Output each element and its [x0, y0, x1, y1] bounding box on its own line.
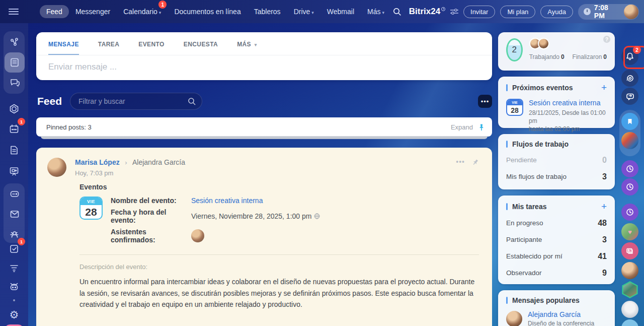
search-icon[interactable] [188, 97, 196, 106]
calendar-icon[interactable]: 1 [4, 119, 24, 139]
network-icon[interactable] [5, 32, 25, 52]
chat-avatar[interactable] [621, 132, 638, 149]
pin-icon[interactable] [478, 123, 485, 131]
search-icon[interactable] [391, 5, 404, 18]
tab-encuesta[interactable]: ENCUESTA [184, 41, 218, 55]
nav-documentos[interactable]: Documentos en línea [168, 5, 247, 18]
author-avatar[interactable] [47, 158, 66, 177]
recent-item-button[interactable] [621, 204, 638, 221]
add-event-button[interactable]: + [601, 83, 607, 92]
chat-avatar[interactable] [621, 319, 638, 326]
hexagon-icon[interactable] [4, 99, 24, 119]
tasks-icon[interactable]: 1 [4, 239, 24, 259]
tab-mas[interactable]: MÁS ▾ [237, 41, 257, 55]
nav-calendario[interactable]: Calendario▾ 1 [117, 5, 168, 18]
filter-search-input[interactable] [70, 93, 202, 109]
document-icon[interactable] [4, 140, 24, 160]
task-row[interactable]: Establecido por mí41 [506, 248, 607, 265]
rail-group-top [4, 31, 25, 94]
working-stat: Trabajando0 [529, 53, 565, 60]
nav-tableros[interactable]: Tableros [248, 5, 287, 18]
event-name-link[interactable]: Sesión creativa interna [191, 197, 263, 205]
task-row[interactable]: En progreso48 [506, 215, 607, 231]
event-name-label: Nombre del evento: [111, 197, 191, 205]
timezone-globe-icon[interactable] [314, 213, 320, 219]
pulse-avatar[interactable] [538, 38, 549, 49]
feed-icon[interactable] [5, 52, 25, 73]
tab-mensaje[interactable]: MENSAJE [48, 41, 79, 55]
notifications-bell-button[interactable]: 2 [621, 48, 638, 65]
nav-webmail[interactable]: Webmail [320, 5, 361, 18]
expand-link[interactable]: Expand [451, 123, 473, 131]
clock-icon [584, 8, 591, 15]
message-input[interactable] [36, 55, 492, 79]
rail-dot [13, 299, 15, 301]
pinned-posts-bar[interactable]: Pinned posts: 3 Expand [36, 117, 492, 137]
tab-tarea[interactable]: TAREA [98, 41, 119, 55]
tasks-rail-badge: 1 [18, 238, 25, 245]
chat-avatar[interactable] [621, 301, 638, 318]
nav-feed[interactable]: Feed [40, 5, 69, 18]
messenger-shortcut-button[interactable] [621, 88, 638, 105]
post-author[interactable]: Marisa López [75, 158, 120, 166]
help-icon[interactable]: ? [603, 36, 610, 43]
popular-message-subtitle: Diseño de la conferencia [528, 320, 594, 326]
my-tasks-title: Mis tareas [512, 203, 546, 211]
copilot-history-button[interactable] [621, 70, 638, 87]
popular-author-link[interactable]: Alejandra García [528, 310, 594, 318]
hamburger-menu-icon[interactable] [9, 7, 19, 16]
task-row[interactable]: Observador9 [506, 265, 607, 281]
pulse-widget[interactable]: 2 Trabajando0 Finalizaron0 ? [498, 32, 615, 71]
user-avatar[interactable] [624, 5, 638, 19]
nav-drive[interactable]: Drive▾ [287, 5, 320, 18]
popular-message-item[interactable]: Alejandra García Diseño de la conferenci… [506, 310, 607, 326]
help-button[interactable]: Ayuda [540, 6, 573, 18]
mail-icon[interactable] [5, 204, 25, 224]
post-menu-button[interactable]: ••• [456, 158, 465, 166]
contacts-chat-button[interactable] [621, 242, 638, 259]
invite-button[interactable]: Invitar [463, 6, 495, 18]
post-pin-icon[interactable] [470, 157, 480, 167]
worktime-widget[interactable]: 7:08 PM [578, 4, 639, 20]
chevron-down-icon: ▾ [382, 10, 384, 15]
robot-icon[interactable] [4, 277, 24, 297]
attendee-avatar[interactable] [191, 229, 204, 242]
message-composer: MENSAJE TAREA EVENTO ENCUESTA MÁS ▾ [36, 32, 492, 80]
bitrix24-logo: Bitrix24 [409, 7, 445, 17]
event-description-label: Descripción del evento: [79, 263, 479, 271]
divider [79, 254, 479, 255]
feed-post: Marisa López › Alejandra García Hoy, 7:0… [36, 148, 492, 326]
task-row[interactable]: Participante3 [506, 231, 607, 248]
upcoming-events-widget: Próximos eventos + VIE 28 Sesión creativ… [498, 77, 615, 128]
group-chat-hexagon[interactable] [621, 281, 638, 298]
upcoming-event-link[interactable]: Sesión creativa interna [529, 99, 607, 107]
recent-item-button[interactable] [621, 160, 638, 177]
chat-icon[interactable] [5, 73, 25, 93]
gear-icon[interactable]: ⚙ [4, 304, 24, 324]
upcoming-event-time: 28/11/2025, Desde las 01:00 pm hasta las… [529, 109, 607, 134]
post-recipient[interactable]: Alejandra García [132, 158, 185, 166]
chat-avatar[interactable] [621, 262, 638, 279]
feed-options-button[interactable]: ••• [478, 95, 492, 108]
add-task-button[interactable]: + [601, 202, 607, 211]
sliders-icon[interactable] [450, 8, 458, 15]
whiteboard-icon[interactable] [4, 161, 24, 181]
drive-icon[interactable] [5, 184, 25, 204]
saved-messages-button[interactable] [621, 113, 638, 130]
workflow-row[interactable]: Pendiente0 [506, 152, 607, 168]
nav-mas[interactable]: Más▾ [361, 5, 391, 18]
pulse-counter: 2 [506, 38, 523, 61]
chat-arrows-icon [626, 92, 634, 101]
workflow-row[interactable]: Mis flujos de trabajo3 [506, 168, 607, 185]
recent-item-button[interactable] [621, 178, 638, 195]
popular-author-avatar[interactable] [506, 311, 522, 326]
my-plan-button[interactable]: Mi plan [500, 6, 535, 18]
bell-icon [625, 52, 634, 61]
nav-messenger[interactable]: Messenger [69, 5, 117, 18]
popular-messages-widget: Mensajes populares Alejandra García Dise… [498, 290, 615, 326]
tab-evento[interactable]: EVENTO [138, 41, 165, 55]
breadcrumb-arrow: › [125, 159, 127, 166]
attendees-label: Asistentes confirmados: [111, 228, 191, 244]
funnel-icon[interactable] [4, 258, 24, 278]
chat-avatar[interactable]: ♥ [621, 223, 638, 240]
